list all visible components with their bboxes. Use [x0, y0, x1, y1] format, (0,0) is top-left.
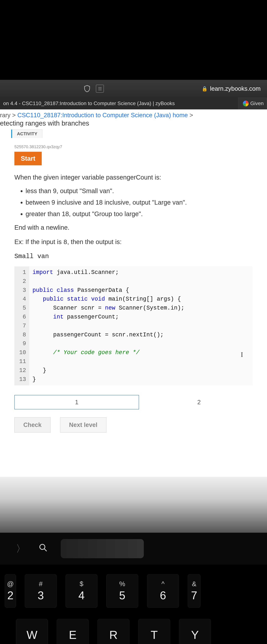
- key-w: W: [16, 619, 48, 644]
- tab-strip: on 4.4 - CSC110_28187:Introduction to Co…: [0, 98, 267, 110]
- physical-keyboard: @2 #3 $4 %5 ^6 &7 W E R T Y: [0, 564, 267, 644]
- touchbar: 〉: [0, 533, 267, 564]
- key-5: %5: [106, 574, 138, 608]
- bullet-item: less than 9, output "Small van".: [26, 186, 252, 196]
- touchbar-suggestions[interactable]: [61, 539, 144, 558]
- progress-indicator: 1 2: [14, 395, 252, 409]
- start-button[interactable]: Start: [14, 152, 42, 165]
- activity-tab: ACTIVITY: [11, 130, 267, 138]
- page-content: rary > CSC110_28187:Introduction to Comp…: [0, 110, 267, 477]
- progress-step-2: 2: [146, 395, 252, 409]
- lock-icon: 🔒: [202, 86, 208, 92]
- check-button[interactable]: Check: [14, 417, 50, 432]
- svg-line-1: [44, 549, 47, 551]
- touchbar-search-icon[interactable]: [38, 542, 48, 555]
- key-3: #3: [25, 574, 57, 608]
- bullet-item: between 9 inclusive and 18 inclusive, ou…: [26, 198, 252, 207]
- key-4: $4: [66, 574, 98, 608]
- breadcrumb-link[interactable]: CSC110_28187:Introduction to Computer Sc…: [18, 112, 188, 118]
- key-t: T: [138, 619, 170, 644]
- activity-hash: 525570.3812230.qx3zqy7: [14, 144, 252, 149]
- bullet-item: greater than 18, output "Group too large…: [26, 209, 252, 219]
- activity-tab-label: ACTIVITY: [12, 130, 42, 138]
- key-6: ^6: [147, 574, 179, 608]
- page-subtitle: etecting ranges with branches: [0, 120, 267, 130]
- key-7: &7: [188, 574, 200, 608]
- key-r: R: [98, 619, 130, 644]
- code-editor[interactable]: 12345678910111213 import java.util.Scann…: [14, 266, 252, 386]
- key-e: E: [57, 619, 89, 644]
- key-2: @2: [5, 574, 16, 608]
- url-text: learn.zybooks.com: [210, 85, 260, 92]
- prompt-text: When the given integer variable passenge…: [14, 172, 252, 247]
- svg-point-0: [40, 544, 45, 550]
- privacy-shield-icon[interactable]: [83, 85, 91, 93]
- touchbar-back-icon[interactable]: 〉: [16, 542, 26, 555]
- google-icon: [243, 100, 248, 106]
- key-y: Y: [179, 619, 211, 644]
- text-cursor-icon: I: [241, 350, 243, 360]
- example-output: Small van: [14, 253, 252, 260]
- reader-mode-icon[interactable]: [96, 85, 104, 93]
- next-level-button[interactable]: Next level: [60, 417, 106, 432]
- tab-other[interactable]: Given: [238, 98, 267, 110]
- code-area[interactable]: import java.util.Scanner; public class P…: [29, 266, 252, 386]
- browser-toolbar: 🔒 learn.zybooks.com: [0, 80, 267, 98]
- breadcrumb: rary > CSC110_28187:Introduction to Comp…: [0, 110, 267, 120]
- url-display[interactable]: 🔒 learn.zybooks.com: [202, 85, 260, 92]
- tab-zybooks[interactable]: on 4.4 - CSC110_28187:Introduction to Co…: [0, 98, 238, 110]
- line-gutter: 12345678910111213: [14, 266, 29, 386]
- progress-step-1[interactable]: 1: [14, 395, 139, 409]
